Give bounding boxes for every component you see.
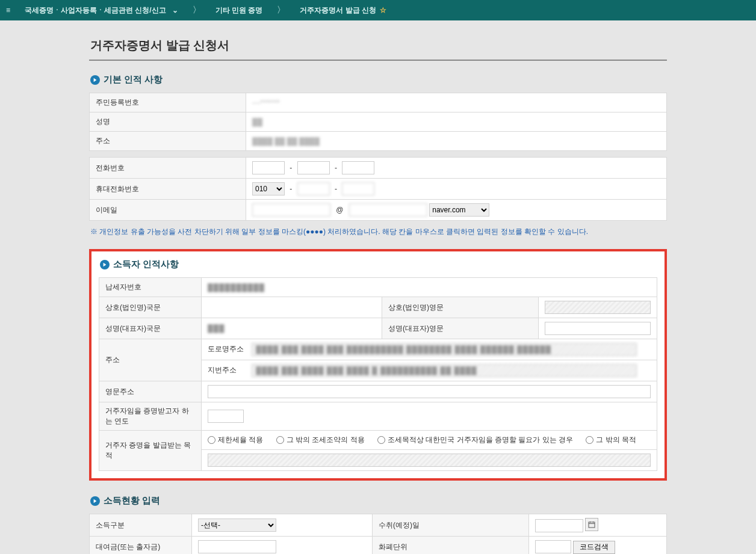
income-person-highlight: 소득자 인적사항 납세자번호 ██████████ 상호(법인명)국문 상호(법… [89, 249, 667, 481]
arrow-circle-icon [100, 260, 110, 269]
receipt-date-cell [529, 514, 667, 537]
title-underline [89, 60, 667, 61]
mobile-group: 010 - - [246, 179, 667, 200]
label-receipt-date: 수취(예정)일 [373, 514, 529, 537]
label-phone: 전화번호 [90, 158, 246, 179]
masking-note: ※ 개인정보 유출 가능성을 사전 차단하기 위해 일부 정보를 마스킹(●●●… [90, 227, 666, 237]
value-rep-name-ko[interactable]: ███ [202, 318, 382, 339]
label-taxpayer-no: 납세자번호 [99, 278, 202, 297]
value-address-en [202, 381, 657, 402]
label-corp-name-ko: 상호(법인명)국문 [99, 297, 202, 318]
corp-name-en-input [545, 301, 651, 314]
value-rep-name-en [539, 318, 657, 339]
purpose-opt2[interactable]: 그 밖의 조세조약의 적용 [276, 435, 365, 445]
purpose-opt4[interactable]: 그 밖의 목적 [586, 435, 636, 445]
code-search-button[interactable]: 코드검색 [573, 541, 615, 554]
value-taxpayer-no[interactable]: ██████████ [202, 278, 657, 297]
purpose-opt3[interactable]: 조세목적상 대한민국 거주자임을 증명할 필요가 있는 경우 [377, 435, 573, 445]
value-corp-name-en [539, 297, 657, 318]
road-address-row: 도로명주소 ████ ███ ████ ███ ██████████ █████… [202, 339, 657, 360]
address-en-input[interactable] [208, 385, 651, 398]
email-local[interactable] [252, 203, 330, 217]
mobile-prefix-select[interactable]: 010 [252, 182, 285, 195]
label-loan-amount: 대여금(또는 출자금) [90, 537, 192, 555]
lot-address-row: 지번주소 ████ ███ ████ ███ ████ █ ██████████… [202, 360, 657, 381]
label-email: 이메일 [90, 200, 246, 221]
value-rrn[interactable]: ––******* [246, 93, 667, 112]
breadcrumb-mid[interactable]: 기타 민원 증명 [207, 0, 271, 20]
section-income-input-title-label: 소득현황 입력 [104, 495, 160, 506]
receipt-date-input[interactable] [535, 519, 583, 532]
label-address: 주소 [99, 339, 202, 381]
income-type-cell: -선택- [192, 514, 373, 537]
chevron-down-icon: ⌄ [172, 6, 178, 14]
label-purpose: 거주자 증명을 발급받는 목적 [99, 431, 202, 471]
value-corp-name-ko[interactable] [202, 297, 382, 318]
breadcrumb-leaf-label: 거주자증명서 발급 신청 [300, 5, 376, 16]
value-cert-year [202, 402, 657, 431]
purpose-opt1[interactable]: 제한세율 적용 [208, 435, 263, 445]
purpose-radio-group: 제한세율 적용 그 밖의 조세조약의 적용 조세목적상 대한민국 거주자임을 증… [202, 431, 657, 450]
section-income-input-title: 소득현황 입력 [90, 495, 667, 506]
label-lot-addr: 지번주소 [208, 365, 250, 375]
purpose-radio-4[interactable] [586, 436, 593, 444]
value-name[interactable]: ██ [246, 112, 667, 132]
label-address: 주소 [90, 132, 246, 151]
value-address[interactable]: ████ ██ ██ ████ [246, 132, 667, 151]
label-rep-name-ko: 성명(대표자)국문 [99, 318, 202, 339]
chevron-right-icon: 〉 [193, 5, 201, 16]
page-body: 거주자증명서 발급 신청서 기본 인적 사항 주민등록번호 ––******* … [89, 32, 667, 554]
rep-name-en-input[interactable] [545, 322, 651, 335]
svg-rect-0 [589, 522, 595, 528]
currency-input[interactable] [535, 540, 571, 553]
breadcrumb-bar: ≡ 국세증명ㆍ사업자등록ㆍ세금관련 신청/신고 ⌄ 〉 기타 민원 증명 〉 거… [0, 0, 756, 20]
menu-icon[interactable]: ≡ [6, 6, 10, 14]
basic-info-table-1: 주민등록번호 ––******* 성명 ██ 주소 ████ ██ ██ ███… [89, 93, 667, 151]
label-name: 성명 [90, 112, 246, 132]
loan-amount-cell [192, 537, 373, 555]
purpose-detail-row [202, 450, 657, 471]
income-input-table: 소득구분 -선택- 수취(예정)일 대여금(또는 출자금) 화폐단위 [89, 514, 667, 554]
label-road-addr: 도로명주소 [208, 344, 250, 354]
label-address-en: 영문주소 [99, 381, 202, 402]
label-currency: 화폐단위 [373, 537, 529, 555]
purpose-radio-3[interactable] [377, 436, 385, 444]
label-income-type: 소득구분 [90, 514, 192, 537]
phone-group: - - [246, 158, 667, 179]
purpose-radio-1[interactable] [208, 436, 215, 444]
label-rep-name-en: 성명(대표자)영문 [382, 318, 539, 339]
phone-part3[interactable] [342, 161, 374, 174]
email-domain-select[interactable]: naver.com [429, 203, 489, 217]
section-basic-title: 기본 인적 사항 [90, 74, 667, 85]
star-icon[interactable]: ☆ [380, 6, 386, 14]
mobile-part2[interactable] [297, 182, 330, 195]
calendar-icon[interactable] [585, 518, 598, 531]
purpose-radio-2[interactable] [276, 436, 284, 444]
page-title: 거주자증명서 발급 신청서 [89, 32, 667, 60]
currency-cell: 코드검색 [529, 537, 667, 555]
road-address-value[interactable]: ████ ███ ████ ███ ██████████ ████████ ██… [252, 343, 637, 356]
income-type-select[interactable]: -선택- [198, 519, 276, 532]
arrow-circle-icon [90, 75, 100, 85]
mobile-part3[interactable] [342, 182, 374, 195]
basic-info-table-2: 전화번호 - - 휴대전화번호 010 - - 이메일 [89, 157, 667, 221]
income-person-table: 납세자번호 ██████████ 상호(법인명)국문 상호(법인명)영문 성명(… [99, 277, 657, 471]
phone-part2[interactable] [297, 161, 330, 174]
section-income-person-title-label: 소득자 인적사항 [113, 259, 179, 270]
email-group: @ naver.com [246, 200, 667, 221]
arrow-circle-icon [90, 496, 100, 506]
label-rrn: 주민등록번호 [90, 93, 246, 112]
breadcrumb-root[interactable]: 국세증명ㆍ사업자등록ㆍ세금관련 신청/신고 ⌄ [16, 0, 187, 20]
label-corp-name-en: 상호(법인명)영문 [382, 297, 539, 318]
cert-year-input[interactable] [208, 410, 244, 423]
phone-part1[interactable] [252, 161, 285, 174]
label-cert-year: 거주자임을 증명받고자 하는 연도 [99, 402, 202, 431]
loan-amount-input[interactable] [198, 540, 276, 553]
breadcrumb-root-label: 국세증명ㆍ사업자등록ㆍ세금관련 신청/신고 [25, 5, 166, 16]
chevron-right-icon: 〉 [277, 5, 285, 16]
label-mobile: 휴대전화번호 [90, 179, 246, 200]
purpose-detail-input [208, 454, 651, 467]
email-domain-input[interactable] [349, 203, 427, 217]
breadcrumb-leaf[interactable]: 거주자증명서 발급 신청 ☆ [291, 0, 395, 20]
lot-address-value[interactable]: ████ ███ ████ ███ ████ █ ██████████ ██ █… [252, 364, 637, 377]
